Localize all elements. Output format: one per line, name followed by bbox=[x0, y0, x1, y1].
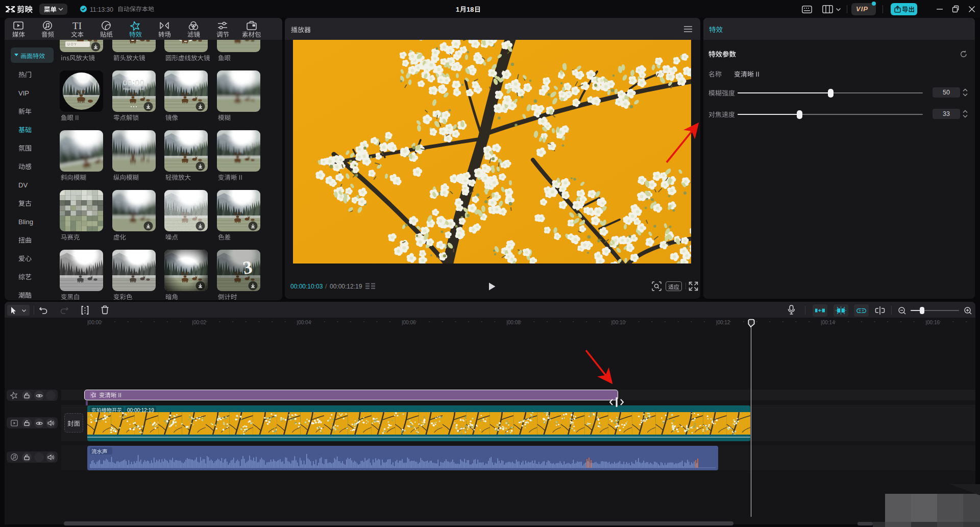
svg-text:|00:16: |00:16 bbox=[925, 320, 940, 325]
svg-text:|00:14: |00:14 bbox=[821, 320, 835, 325]
